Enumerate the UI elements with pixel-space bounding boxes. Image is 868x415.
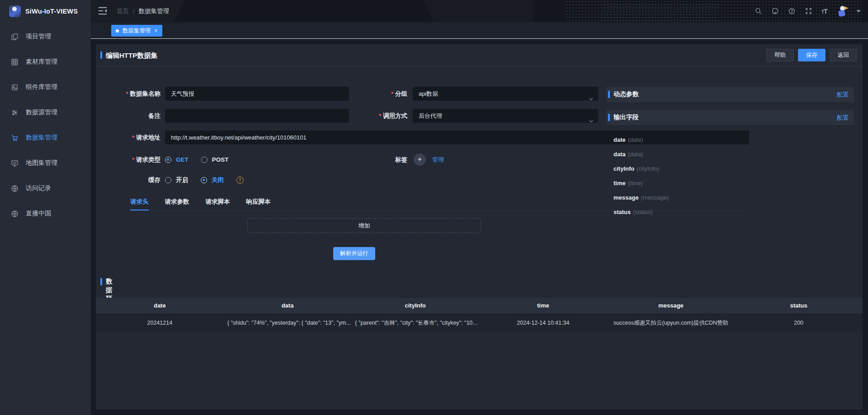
sidebar-item-project[interactable]: 项目管理 — [0, 24, 91, 49]
output-field-item: message(message) — [606, 191, 854, 205]
sidebar-item-mapset[interactable]: 地图集管理 — [0, 150, 91, 176]
card-header: 编辑HTTP数据集 帮助 保存 返回 — [96, 44, 863, 66]
avatar-flag — [844, 6, 849, 10]
cell-date: 20241214 — [96, 320, 224, 326]
group-label: 分组 — [317, 87, 407, 101]
remark-label: 备注 — [96, 109, 160, 123]
fontsize-icon[interactable]: TT — [821, 7, 827, 15]
save-button[interactable]: 保存 — [798, 49, 826, 61]
radio-cache-off[interactable] — [201, 177, 207, 183]
cell-cityinfo: { "parent": "吉林", "city": "长春市", "cityke… — [351, 319, 479, 327]
tab-request-script[interactable]: 请求脚本 — [206, 198, 230, 210]
radio-post[interactable] — [201, 157, 208, 163]
sidebar-item-visits[interactable]: 访问记录 — [0, 176, 91, 201]
route-tab-label: 数据集管理 — [123, 27, 151, 35]
route-tabbar: 数据集管理 × — [91, 22, 868, 39]
output-fields-title: 输出字段 — [613, 113, 639, 121]
sidebar-item-component[interactable]: 组件库管理 — [0, 75, 91, 100]
sidebar-item-material[interactable]: 素材库管理 — [0, 49, 91, 75]
header-actions: 帮助 保存 返回 — [766, 49, 857, 61]
back-button[interactable]: 返回 — [830, 49, 857, 61]
parse-run-button[interactable]: 解析并运行 — [333, 247, 375, 260]
help-icon[interactable] — [788, 7, 796, 15]
tab-request-headers[interactable]: 请求头 — [130, 198, 149, 210]
output-fields-config-link[interactable]: 配置 — [837, 114, 849, 122]
column-header: time — [479, 302, 607, 309]
sidebar-item-label: 组件库管理 — [26, 83, 57, 91]
cache-label: 缓存 — [96, 173, 160, 187]
field-name: time — [613, 180, 626, 187]
dynamic-params-config-link[interactable]: 配置 — [837, 91, 849, 99]
logo-icon — [9, 5, 21, 17]
fullscreen-icon[interactable] — [805, 7, 813, 15]
sidebar-collapse-icon[interactable] — [98, 6, 108, 15]
column-header: data — [224, 302, 352, 309]
radio-post-label[interactable]: POST — [212, 156, 229, 163]
data-preview-table: date data cityInfo time message status 2… — [96, 298, 863, 332]
output-field-item: data(data) — [606, 147, 854, 162]
tab-response-script[interactable]: 响应脚本 — [246, 198, 271, 210]
dataset-name-label: 数据集名称 — [96, 87, 160, 101]
output-field-item: cityInfo(cityInfo) — [606, 162, 854, 176]
chevron-down-icon — [589, 114, 593, 118]
radio-get[interactable] — [165, 157, 171, 163]
group-select-value: api数据 — [419, 90, 438, 97]
sidebar-item-label: 访问记录 — [26, 184, 51, 192]
avatar[interactable] — [836, 5, 848, 17]
breadcrumb-home[interactable]: 首页 — [117, 7, 129, 15]
radio-cache-off-label[interactable]: 关闭 — [212, 176, 224, 184]
field-name: cityInfo — [613, 165, 634, 172]
sidebar-item-datasource[interactable]: 数据源管理 — [0, 100, 91, 125]
datasource-icon — [11, 109, 19, 117]
request-type-label: 请求类型 — [96, 153, 160, 167]
field-name: data — [613, 151, 626, 158]
sidebar-item-label: 地图集管理 — [26, 159, 57, 167]
field-name: message — [613, 194, 639, 201]
field-alias: (time) — [628, 180, 643, 187]
tab-active-dot-icon — [116, 29, 119, 33]
chevron-down-icon — [589, 92, 593, 96]
logo: SiWu-IoT-VIEWS — [0, 0, 91, 22]
topbar-decoration — [281, 0, 534, 22]
github-icon[interactable] — [771, 7, 779, 15]
column-header: message — [607, 302, 735, 309]
search-icon[interactable] — [755, 7, 763, 15]
field-alias: (data) — [628, 151, 643, 158]
tab-close-icon[interactable]: × — [155, 28, 158, 33]
globe-icon — [11, 210, 19, 218]
table-row[interactable]: 20241214 { "shidu": "74%", "yesterday": … — [96, 313, 863, 332]
caret-down-icon[interactable] — [856, 10, 861, 13]
output-fields-header: 输出字段 配置 — [606, 110, 854, 125]
group-select[interactable]: api数据 — [413, 87, 598, 101]
invoke-mode-select[interactable]: 后台代理 — [413, 109, 598, 123]
globe-icon — [11, 185, 19, 192]
manage-tags-link[interactable]: 管理 — [432, 156, 444, 164]
sidebar-item-label: 数据集管理 — [26, 134, 57, 142]
material-icon — [11, 58, 19, 66]
sidebar-menu: 项目管理 素材库管理 组件库管理 数据源管理 数据集管理 地图集管理 — [0, 24, 91, 226]
radio-get-label[interactable]: GET — [176, 156, 189, 163]
add-row-button[interactable]: 增加 — [247, 218, 481, 233]
output-field-item: status(status) — [606, 205, 854, 219]
component-icon — [11, 84, 19, 91]
section-accent-bar — [100, 278, 102, 285]
field-name: status — [613, 209, 631, 215]
sidebar-item-label: 数据源管理 — [26, 108, 57, 117]
dynamic-params-header: 动态参数 配置 — [606, 87, 854, 102]
route-tab-dataset[interactable]: 数据集管理 × — [111, 25, 162, 37]
tags-label: 标签 — [317, 153, 407, 167]
radio-cache-on[interactable] — [165, 177, 171, 183]
add-tag-button[interactable]: + — [414, 154, 426, 166]
radio-cache-on-label[interactable]: 开启 — [176, 176, 188, 184]
sidebar-item-dataset[interactable]: 数据集管理 — [0, 125, 91, 150]
column-header: status — [735, 302, 863, 309]
breadcrumb-current: 数据集管理 — [139, 7, 170, 15]
sidebar-item-label: 素材库管理 — [26, 58, 57, 66]
warning-icon[interactable]: ! — [236, 177, 244, 184]
output-fields-list: date(date) data(data) cityInfo(cityInfo)… — [606, 133, 854, 219]
app-title: SiWu-IoT-VIEWS — [25, 8, 78, 15]
section-accent-bar — [100, 51, 102, 59]
sidebar-item-live-china[interactable]: 直播中国 — [0, 201, 91, 226]
tab-request-params[interactable]: 请求参数 — [165, 198, 189, 210]
help-button[interactable]: 帮助 — [766, 49, 794, 61]
